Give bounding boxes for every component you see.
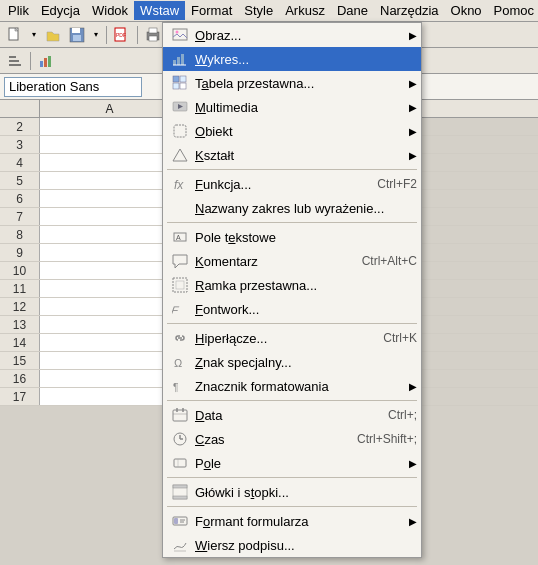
menu-narzedzia[interactable]: Narzędzia [374, 1, 445, 20]
menu-format[interactable]: Format [185, 1, 238, 20]
date-icon [169, 404, 191, 426]
svg-rect-28 [180, 76, 186, 82]
svg-rect-23 [173, 60, 176, 65]
cell-a14[interactable] [40, 334, 180, 351]
obiekt-label: Obiekt [195, 124, 405, 139]
cell-a3[interactable] [40, 136, 180, 153]
menu-item-pole-tekstowe[interactable]: A Pole tekstowe [163, 225, 421, 249]
menu-pomoc[interactable]: Pomoc [488, 1, 538, 20]
cell-a16[interactable] [40, 370, 180, 387]
znacznik-arrow: ▶ [409, 381, 417, 392]
cell-a7[interactable] [40, 208, 180, 225]
menu-item-wykres[interactable]: Wykres... [163, 47, 421, 71]
svg-rect-27 [173, 76, 179, 82]
menu-style[interactable]: Style [238, 1, 279, 20]
menu-plik[interactable]: Plik [2, 1, 35, 20]
nazwany-zakres-label: Nazwany zakres lub wyrażenie... [195, 201, 417, 216]
cell-a12[interactable] [40, 298, 180, 315]
sort-asc-button[interactable] [4, 50, 26, 72]
menu-item-tabela-przestawna[interactable]: Tabela przestawna... ▶ [163, 71, 421, 95]
svg-rect-29 [173, 83, 179, 89]
ksztalt-label: Kształt [195, 148, 405, 163]
menu-item-data[interactable]: Data Ctrl+; [163, 403, 421, 427]
svg-rect-24 [177, 57, 180, 65]
textbox-icon: A [169, 226, 191, 248]
menu-item-czas[interactable]: Czas Ctrl+Shift+; [163, 427, 421, 451]
menu-arkusz[interactable]: Arkusz [279, 1, 331, 20]
sep6 [30, 52, 31, 70]
menu-okno[interactable]: Okno [445, 1, 488, 20]
multimedia-icon [169, 96, 191, 118]
svg-rect-56 [174, 518, 178, 524]
menu-item-ksztalt[interactable]: Kształt ▶ [163, 143, 421, 167]
pole-tekstowe-label: Pole tekstowe [195, 230, 417, 245]
save-button[interactable] [66, 24, 88, 46]
menu-item-hiperlacze[interactable]: Hiperłącze... Ctrl+K [163, 326, 421, 350]
menu-item-znak-specjalny[interactable]: Ω Znak specjalny... [163, 350, 421, 374]
cell-a5[interactable] [40, 172, 180, 189]
cell-a2[interactable] [40, 118, 180, 135]
obiekt-arrow: ▶ [409, 126, 417, 137]
svg-rect-21 [173, 29, 187, 40]
komentarz-shortcut: Ctrl+Alt+C [362, 254, 417, 268]
czas-label: Czas [195, 432, 347, 447]
menubar: Plik Edycja Widok Wstaw Format Style Ark… [0, 0, 538, 22]
menu-item-znacznik[interactable]: ¶ Znacznik formatowania ▶ [163, 374, 421, 398]
cell-a10[interactable] [40, 262, 180, 279]
pdf-button[interactable]: PDF [111, 24, 133, 46]
cell-a4[interactable] [40, 154, 180, 171]
cell-a15[interactable] [40, 352, 180, 369]
menu-item-obraz[interactable]: Obraz... ▶ [163, 23, 421, 47]
menu-item-ramka[interactable]: Ramka przestawna... [163, 273, 421, 297]
data-shortcut: Ctrl+; [388, 408, 417, 422]
pole-arrow: ▶ [409, 458, 417, 469]
print-button[interactable] [142, 24, 164, 46]
fontwork-label: Fontwork... [195, 302, 417, 317]
menu-item-obiekt[interactable]: Obiekt ▶ [163, 119, 421, 143]
sep1 [106, 26, 107, 44]
chart-button[interactable] [35, 50, 57, 72]
cell-a13[interactable] [40, 316, 180, 333]
menu-item-funkcja[interactable]: fx Funkcja... Ctrl+F2 [163, 172, 421, 196]
sep-6 [167, 506, 417, 507]
menu-item-komentarz[interactable]: Komentarz Ctrl+Alt+C [163, 249, 421, 273]
hiperlacze-label: Hiperłącze... [195, 331, 373, 346]
menu-item-multimedia[interactable]: Multimedia ▶ [163, 95, 421, 119]
svg-point-22 [176, 31, 179, 34]
wykres-label: Wykres... [195, 52, 417, 67]
svg-text:A: A [176, 234, 181, 241]
cell-a6[interactable] [40, 190, 180, 207]
svg-text:fx: fx [174, 178, 184, 192]
menu-edycja[interactable]: Edycja [35, 1, 86, 20]
sep-2 [167, 222, 417, 223]
menu-item-pole[interactable]: Pole ▶ [163, 451, 421, 475]
menu-wstaw[interactable]: Wstaw [134, 1, 185, 20]
cell-a8[interactable] [40, 226, 180, 243]
cell-a9[interactable] [40, 244, 180, 261]
funkcja-shortcut: Ctrl+F2 [377, 177, 417, 191]
menu-item-nazwany-zakres[interactable]: Nazwany zakres lub wyrażenie... [163, 196, 421, 220]
svg-rect-43 [173, 410, 187, 421]
czas-shortcut: Ctrl+Shift+; [357, 432, 417, 446]
obraz-arrow: ▶ [409, 30, 417, 41]
time-icon [169, 428, 191, 450]
cell-a11[interactable] [40, 280, 180, 297]
open-button[interactable] [42, 24, 64, 46]
sep-5 [167, 477, 417, 478]
menu-item-glowki[interactable]: Główki i stopki... [163, 480, 421, 504]
menu-widok[interactable]: Widok [86, 1, 134, 20]
menu-item-fontwork[interactable]: F Fontwork... [163, 297, 421, 321]
svg-rect-50 [174, 459, 186, 467]
cell-a17[interactable] [40, 388, 180, 405]
wstaw-menu: Obraz... ▶ Wykres... [162, 22, 422, 558]
svg-rect-38 [176, 281, 184, 289]
save-dropdown[interactable]: ▾ [90, 24, 102, 46]
menu-dane[interactable]: Dane [331, 1, 374, 20]
svg-rect-54 [173, 496, 187, 499]
formant-arrow: ▶ [409, 516, 417, 527]
menu-item-wiersz-podpisu[interactable]: Wiersz podpisu... [163, 533, 421, 557]
font-name-input[interactable]: Liberation Sans [4, 77, 142, 97]
new-button[interactable] [4, 24, 26, 46]
new-dropdown[interactable]: ▾ [28, 24, 40, 46]
menu-item-formant[interactable]: Formant formularza ▶ [163, 509, 421, 533]
